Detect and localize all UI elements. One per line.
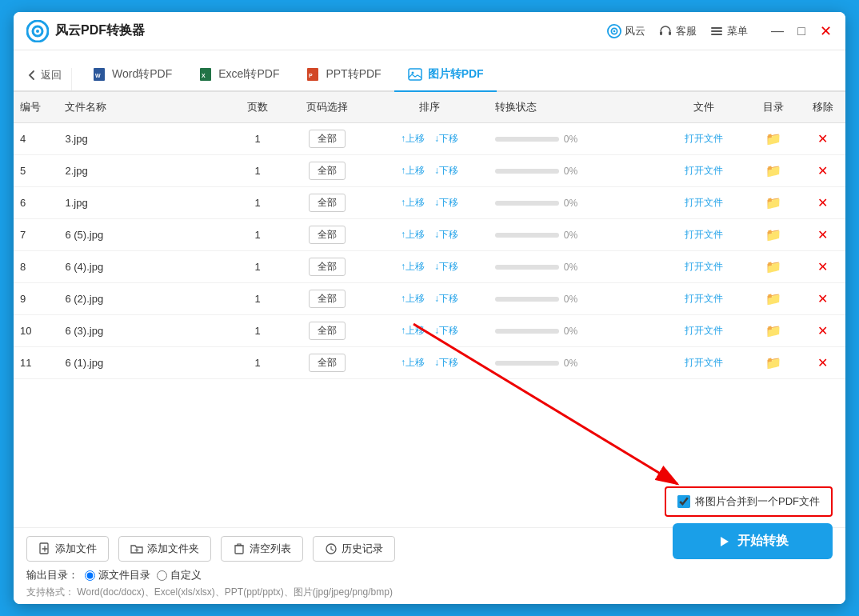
start-button[interactable]: 开始转换 <box>673 523 833 559</box>
open-file-button[interactable]: 打开文件 <box>685 164 723 178</box>
cell-sort: ↑上移 ↓下移 <box>370 155 489 187</box>
open-file-button[interactable]: 打开文件 <box>685 292 723 306</box>
cell-name: 3.jpg <box>58 123 230 155</box>
custom-dir-radio[interactable] <box>157 570 167 581</box>
custom-dir-radio-label[interactable]: 自定义 <box>157 568 202 582</box>
down-button[interactable]: ↓下移 <box>431 163 461 178</box>
remove-button[interactable]: ✕ <box>817 323 828 338</box>
down-button[interactable]: ↓下移 <box>431 291 461 306</box>
up-button[interactable]: ↑上移 <box>398 355 428 370</box>
pagecode-button[interactable]: 全部 <box>309 290 346 308</box>
cell-no: 7 <box>14 219 58 251</box>
tab-ppt[interactable]: P PPT转PDF <box>292 60 394 92</box>
remove-button[interactable]: ✕ <box>817 131 828 146</box>
svg-text:P: P <box>309 73 313 78</box>
tab-image-label: 图片转PDF <box>428 67 484 82</box>
up-button[interactable]: ↑上移 <box>398 259 428 274</box>
open-file-button[interactable]: 打开文件 <box>685 132 723 146</box>
tab-excel[interactable]: X Excel转PDF <box>185 60 292 92</box>
down-button[interactable]: ↓下移 <box>431 323 461 338</box>
down-button[interactable]: ↓下移 <box>431 131 461 146</box>
cell-status: 0% <box>489 187 661 219</box>
progress-bar-bg <box>495 297 559 302</box>
progress-bar-bg <box>495 361 559 366</box>
progress-text: 0% <box>564 294 583 305</box>
cell-pagecode: 全部 <box>285 347 370 379</box>
nav-bar: 返回 W Word转PDF X Excel转PDF P PPT转PDF <box>14 50 845 92</box>
pagecode-button[interactable]: 全部 <box>309 354 346 372</box>
pagecode-button[interactable]: 全部 <box>309 322 346 340</box>
down-button[interactable]: ↓下移 <box>431 355 461 370</box>
pagecode-button[interactable]: 全部 <box>309 130 346 148</box>
support-label: 客服 <box>676 24 697 38</box>
pagecode-button[interactable]: 全部 <box>309 162 346 180</box>
up-button[interactable]: ↑上移 <box>398 291 428 306</box>
cell-pagecode: 全部 <box>285 315 370 347</box>
up-button[interactable]: ↑上移 <box>398 163 428 178</box>
cell-dir: 📁 <box>746 251 800 283</box>
merge-checkbox[interactable] <box>677 495 690 508</box>
history-button[interactable]: 历史记录 <box>313 536 395 562</box>
remove-button[interactable]: ✕ <box>817 259 828 274</box>
tab-word-label: Word转PDF <box>112 67 172 82</box>
open-file-button[interactable]: 打开文件 <box>685 228 723 242</box>
pagecode-button[interactable]: 全部 <box>309 194 346 212</box>
header-status: 转换状态 <box>489 92 661 123</box>
open-file-button[interactable]: 打开文件 <box>685 260 723 274</box>
up-button[interactable]: ↑上移 <box>398 227 428 242</box>
tab-excel-label: Excel转PDF <box>218 67 279 82</box>
folder-icon[interactable]: 📁 <box>765 164 781 178</box>
cell-status: 0% <box>489 123 661 155</box>
remove-button[interactable]: ✕ <box>817 291 828 306</box>
down-button[interactable]: ↓下移 <box>431 259 461 274</box>
titlebar-right: 风云 客服 菜单 — □ ✕ <box>607 24 833 38</box>
maximize-button[interactable]: □ <box>794 24 809 38</box>
tab-word[interactable]: W Word转PDF <box>78 60 185 92</box>
open-file-button[interactable]: 打开文件 <box>685 356 723 370</box>
pagecode-button[interactable]: 全部 <box>309 258 346 276</box>
file-table: 编号 文件名称 页数 页码选择 排序 转换状态 文件 目录 移除 4 3.jpg… <box>14 92 845 379</box>
remove-button[interactable]: ✕ <box>817 195 828 210</box>
progress-bar-bg <box>495 329 559 334</box>
source-dir-label: 源文件目录 <box>98 568 150 582</box>
back-button[interactable]: 返回 <box>26 68 72 90</box>
down-button[interactable]: ↓下移 <box>431 227 461 242</box>
folder-icon[interactable]: 📁 <box>765 324 781 338</box>
folder-icon[interactable]: 📁 <box>765 228 781 242</box>
svg-rect-20 <box>235 546 243 554</box>
folder-icon[interactable]: 📁 <box>765 132 781 146</box>
down-button[interactable]: ↓下移 <box>431 195 461 210</box>
remove-button[interactable]: ✕ <box>817 227 828 242</box>
menu-button[interactable]: 菜单 <box>709 24 748 38</box>
tab-image[interactable]: 图片转PDF <box>394 60 497 92</box>
add-file-icon <box>38 542 51 555</box>
clear-icon <box>233 542 246 555</box>
add-file-button[interactable]: 添加文件 <box>26 536 109 562</box>
up-button[interactable]: ↑上移 <box>398 323 428 338</box>
cell-pages: 1 <box>230 315 284 347</box>
remove-button[interactable]: ✕ <box>817 163 828 178</box>
cell-name: 6 (2).jpg <box>58 283 230 315</box>
remove-button[interactable]: ✕ <box>817 355 828 370</box>
open-file-button[interactable]: 打开文件 <box>685 324 723 338</box>
close-button[interactable]: ✕ <box>818 24 833 38</box>
folder-icon[interactable]: 📁 <box>765 292 781 306</box>
minimize-button[interactable]: — <box>770 24 785 38</box>
merge-checkbox-row[interactable]: 将图片合并到一个PDF文件 <box>665 486 833 517</box>
folder-icon[interactable]: 📁 <box>765 196 781 210</box>
cell-pages: 1 <box>230 283 284 315</box>
add-folder-button[interactable]: 添加文件夹 <box>118 536 211 562</box>
up-button[interactable]: ↑上移 <box>398 131 428 146</box>
user-logo-icon[interactable]: 风云 <box>607 24 645 38</box>
source-dir-radio[interactable] <box>85 570 95 581</box>
folder-icon[interactable]: 📁 <box>765 356 781 370</box>
up-button[interactable]: ↑上移 <box>398 195 428 210</box>
pagecode-button[interactable]: 全部 <box>309 226 346 244</box>
open-file-button[interactable]: 打开文件 <box>685 196 723 210</box>
table-row: 9 6 (2).jpg 1 全部 ↑上移 ↓下移 0% 打开文件 📁 <box>14 283 845 315</box>
clear-list-button[interactable]: 清空列表 <box>221 536 303 562</box>
support-button[interactable]: 客服 <box>658 24 697 38</box>
cell-remove: ✕ <box>801 123 846 155</box>
source-dir-radio-label[interactable]: 源文件目录 <box>85 568 150 582</box>
folder-icon[interactable]: 📁 <box>765 260 781 274</box>
